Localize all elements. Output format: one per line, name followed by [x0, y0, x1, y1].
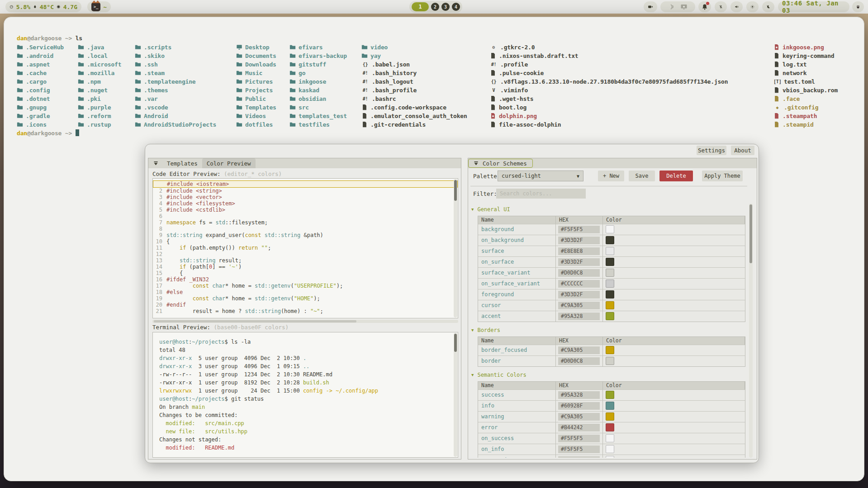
table-row[interactable]: on_info#F5F5F5 [478, 444, 745, 455]
file-name: .gradle [26, 113, 50, 119]
hex-input[interactable]: #E8E8E8 [558, 247, 600, 255]
table-row[interactable]: surface_variant#D0D0C8 [478, 267, 745, 278]
collapse-icon[interactable] [473, 161, 479, 166]
collapse-icon[interactable] [153, 161, 159, 166]
color-swatch[interactable] [606, 301, 614, 309]
terminal-preview-line: -rwxr-xr-x 1 user group 8192 Dec 2 10:28… [159, 379, 458, 387]
editor-horizontal-scrollbar[interactable] [152, 320, 458, 323]
hex-input[interactable]: #C9A305 [558, 413, 600, 421]
color-swatch[interactable] [606, 391, 614, 399]
hex-input[interactable]: #F5F5F5 [558, 435, 600, 442]
color-list-scrollbar[interactable] [749, 204, 753, 458]
color-swatch[interactable] [606, 412, 614, 421]
color-swatch[interactable] [606, 357, 614, 365]
file-name: .steampid [783, 121, 814, 128]
table-row[interactable]: info#60928F [478, 400, 745, 411]
hex-input[interactable]: #CCCCCC [558, 280, 600, 288]
about-button[interactable]: About [731, 146, 754, 155]
folder-icon [135, 95, 141, 102]
file-item: .icons [17, 121, 47, 128]
table-row[interactable]: on_surface_variant#CCCCCC [478, 278, 745, 289]
color-swatch[interactable] [606, 225, 614, 233]
table-row[interactable]: border_focused#C9A305 [478, 345, 745, 355]
table-row[interactable]: success#95A328 [478, 389, 745, 400]
color-swatch[interactable] [606, 456, 614, 458]
terminal-pill-label: ~ [103, 4, 107, 10]
brightness-button[interactable] [746, 1, 759, 12]
color-table: NameHEXColorborder_focused#C9A305border#… [478, 336, 745, 367]
hex-input[interactable]: #F5F5F5 [558, 226, 600, 233]
table-row[interactable]: on_warning#F5F5F5 [478, 455, 745, 458]
color-swatch[interactable] [606, 445, 614, 453]
apply-theme-button[interactable]: Apply Theme [702, 171, 743, 181]
color-swatch[interactable] [606, 247, 614, 255]
table-row[interactable]: border#D0D0C8 [478, 355, 745, 366]
color-swatch[interactable] [606, 258, 614, 266]
hex-input[interactable]: #F5F5F5 [558, 456, 600, 458]
hex-input[interactable]: #95A328 [558, 391, 600, 399]
bluetooth-button[interactable] [715, 1, 727, 12]
table-row[interactable]: cursor#C9A305 [478, 300, 745, 311]
table-row[interactable]: background#F5F5F5 [478, 224, 745, 235]
color-swatch[interactable] [606, 290, 614, 298]
editor-vertical-scrollbar[interactable] [454, 179, 457, 317]
delete-button[interactable]: Delete [659, 171, 693, 181]
hex-input[interactable]: #3D3D2F [558, 291, 600, 298]
workspace-2[interactable]: 2 [431, 3, 439, 11]
volume-button[interactable] [730, 1, 743, 12]
table-row[interactable]: error#B44242 [478, 422, 745, 433]
color-swatch[interactable] [606, 312, 614, 320]
system-stats-pill[interactable]: 5.8% 48°C 4.7G [5, 1, 81, 12]
tab-color-preview[interactable]: Color Preview [202, 158, 256, 168]
documents-folder-icon [236, 52, 242, 59]
color-swatch[interactable] [606, 346, 614, 354]
terminal-app-pill[interactable]: >_ ~ [87, 1, 111, 12]
section-header[interactable]: ▼Semantic Colors [471, 371, 745, 379]
table-row[interactable]: foreground#3D3D2F [478, 289, 745, 300]
color-swatch[interactable] [606, 434, 614, 442]
palette-select[interactable]: cursed-light ▼ [498, 171, 583, 181]
hex-input[interactable]: #95A328 [558, 313, 600, 320]
workspace-1-active[interactable]: 1 [412, 2, 429, 11]
hex-input[interactable]: #3D3D2F [558, 237, 600, 244]
app-menu-button[interactable] [852, 1, 864, 12]
hex-input[interactable]: #C9A305 [558, 302, 600, 309]
file-item: {}.v8flags.13.6.233.10-node.27.9180b4da3… [490, 78, 728, 85]
hex-input[interactable]: #C9A305 [558, 346, 600, 354]
hex-input[interactable]: #B44242 [558, 424, 600, 431]
table-row[interactable]: accent#95A328 [478, 311, 745, 322]
table-row[interactable]: on_surface#3D3D2F [478, 256, 745, 267]
hex-input[interactable]: #60928F [558, 402, 600, 410]
section-header[interactable]: ▼General UI [471, 206, 745, 213]
night-light-button[interactable] [762, 1, 774, 12]
workspace-3[interactable]: 3 [441, 3, 450, 11]
section-header[interactable]: ▼Borders [471, 327, 745, 334]
workspace-4[interactable]: 4 [452, 3, 460, 11]
color-swatch[interactable] [606, 236, 614, 244]
screenshare-group-pill[interactable] [660, 1, 695, 12]
folder-icon [289, 95, 296, 102]
file-name: .ssh [144, 61, 158, 68]
hex-input[interactable]: #D0D0C8 [558, 357, 600, 365]
new-palette-button[interactable]: + New [598, 171, 624, 181]
color-swatch[interactable] [606, 402, 614, 410]
color-swatch[interactable] [606, 269, 614, 277]
color-swatch[interactable] [606, 423, 614, 431]
hex-input[interactable]: #3D3D2F [558, 258, 600, 266]
notifications-button[interactable] [698, 1, 711, 12]
color-swatch[interactable] [606, 280, 614, 288]
terminal-preview-scrollbar[interactable] [454, 333, 457, 457]
tab-templates[interactable]: Templates [162, 158, 202, 168]
table-row[interactable]: warning#C9A305 [478, 411, 745, 422]
table-row[interactable]: on_background#3D3D2F [478, 235, 745, 246]
hex-input[interactable]: #F5F5F5 [558, 445, 600, 453]
settings-button[interactable]: Settings [697, 146, 726, 155]
screen-record-button[interactable] [644, 1, 657, 12]
table-row[interactable]: surface#E8E8E8 [478, 246, 745, 256]
file-item: .npm [78, 78, 101, 85]
table-row[interactable]: on_success#F5F5F5 [478, 433, 745, 444]
filter-input[interactable]: Search colors... [496, 189, 586, 199]
save-button[interactable]: Save [629, 171, 655, 181]
hex-input[interactable]: #D0D0C8 [558, 269, 600, 277]
clock-pill[interactable]: 03:46 Sat, Jan 03 [778, 1, 849, 12]
